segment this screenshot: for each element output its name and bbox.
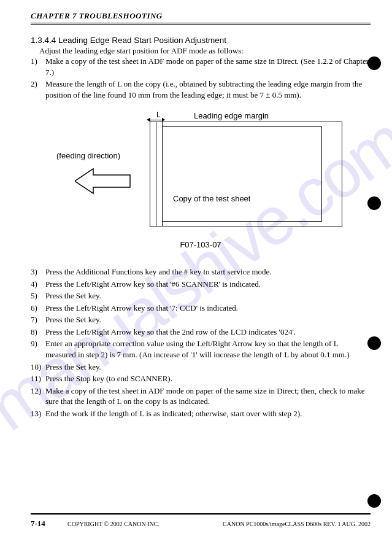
list-item: 5)Press the Set key. bbox=[31, 290, 371, 301]
revision: CANON PC1000s/imageCLASS D600s REV. 1 AU… bbox=[223, 521, 371, 527]
list-number: 10) bbox=[31, 362, 45, 373]
list-item: 7)Press the Set key. bbox=[31, 314, 371, 325]
leading-edge-label: Leading edge margin bbox=[194, 111, 269, 120]
list-number: 4) bbox=[31, 279, 45, 290]
figure-number: F07-103-07 bbox=[31, 240, 371, 249]
list-text: Make a copy of the test sheet in ADF mod… bbox=[45, 56, 371, 77]
list-text: Enter an appropriate correction value us… bbox=[45, 338, 371, 360]
diagram: Leading edge margin L (feeding direction… bbox=[31, 111, 371, 249]
list-item: 1) Make a copy of the test sheet in ADF … bbox=[31, 56, 371, 77]
section-heading: Leading Edge Read Start Position Adjustm… bbox=[58, 36, 226, 45]
page: CHAPTER 7 TROUBLESHOOTING 1.3.4.4 Leadin… bbox=[0, 0, 392, 547]
copyright: COPYRIGHT © 2002 CANON INC. bbox=[67, 521, 223, 527]
list-text: Measure the length of L on the copy (i.e… bbox=[45, 79, 371, 100]
list-text: Press the Additional Functions key and t… bbox=[45, 266, 371, 277]
list-item: 9)Enter an appropriate correction value … bbox=[31, 338, 371, 360]
list-number: 9) bbox=[31, 338, 45, 360]
bottom-line bbox=[162, 221, 321, 222]
list-item: 11)Press the Stop key (to end SCANNER). bbox=[31, 373, 371, 384]
list-number: 5) bbox=[31, 290, 45, 301]
list-text: Press the Set key. bbox=[45, 314, 371, 325]
list-number: 12) bbox=[31, 386, 45, 407]
list-number: 7) bbox=[31, 314, 45, 325]
list-number: 6) bbox=[31, 303, 45, 314]
list-item: 10)Press the Set key. bbox=[31, 362, 371, 373]
page-number: 7-14 bbox=[31, 519, 67, 529]
list-number: 2) bbox=[31, 79, 45, 100]
right-line bbox=[321, 126, 322, 222]
list-item: 2) Measure the length of L on the copy (… bbox=[31, 79, 371, 100]
section-title: 1.3.4.4 Leading Edge Read Start Position… bbox=[31, 36, 371, 45]
top-line bbox=[162, 126, 321, 127]
list-item: 12)Make a copy of the test sheet in ADF … bbox=[31, 386, 371, 407]
margin-line bbox=[156, 122, 156, 226]
test-sheet-outline bbox=[150, 122, 342, 227]
list-number: 3) bbox=[31, 266, 45, 277]
footer: 7-14 COPYRIGHT © 2002 CANON INC. CANON P… bbox=[31, 513, 371, 529]
list-item: 6)Press the Left/Right Arrow key so that… bbox=[31, 303, 371, 314]
edge-line bbox=[162, 122, 163, 226]
list-text: Press the Set key. bbox=[45, 290, 371, 301]
list-item: 4)Press the Left/Right Arrow key so that… bbox=[31, 279, 371, 290]
list-item: 8)Press the Left/Right Arrow key so that… bbox=[31, 327, 371, 338]
l-label: L bbox=[156, 111, 161, 119]
lower-list: 3)Press the Additional Functions key and… bbox=[31, 266, 371, 419]
punch-hole bbox=[367, 494, 381, 508]
list-text: End the work if the length of L is as in… bbox=[45, 408, 371, 419]
section-number: 1.3.4.4 bbox=[31, 36, 56, 45]
list-number: 11) bbox=[31, 373, 45, 384]
list-item: 3)Press the Additional Functions key and… bbox=[31, 266, 371, 277]
copy-label: Copy of the test sheet bbox=[173, 194, 250, 203]
svg-marker-0 bbox=[75, 169, 130, 193]
list-number: 1) bbox=[31, 56, 45, 77]
list-number: 8) bbox=[31, 327, 45, 338]
list-item: 13)End the work if the length of L is as… bbox=[31, 408, 371, 419]
list-text: Press the Left/Right Arrow key so that t… bbox=[45, 327, 371, 338]
feeding-direction-label: (feeding direction) bbox=[56, 151, 120, 160]
header-rule bbox=[31, 23, 371, 25]
list-number: 13) bbox=[31, 408, 45, 419]
chapter-header: CHAPTER 7 TROUBLESHOOTING bbox=[31, 11, 371, 21]
punch-hole bbox=[367, 336, 381, 350]
list-text: Make a copy of the test sheet in ADF mod… bbox=[45, 386, 371, 407]
punch-hole bbox=[367, 56, 381, 70]
list-text: Press the Set key. bbox=[45, 362, 371, 373]
list-text: Press the Stop key (to end SCANNER). bbox=[45, 373, 371, 384]
arrow-left-icon bbox=[75, 165, 133, 198]
list-text: Press the Left/Right Arrow key so that '… bbox=[45, 303, 371, 314]
punch-hole bbox=[367, 196, 381, 210]
list-text: Press the Left/Right Arrow key so that '… bbox=[45, 279, 371, 290]
section-intro: Adjust the leading edge start position f… bbox=[39, 46, 371, 56]
